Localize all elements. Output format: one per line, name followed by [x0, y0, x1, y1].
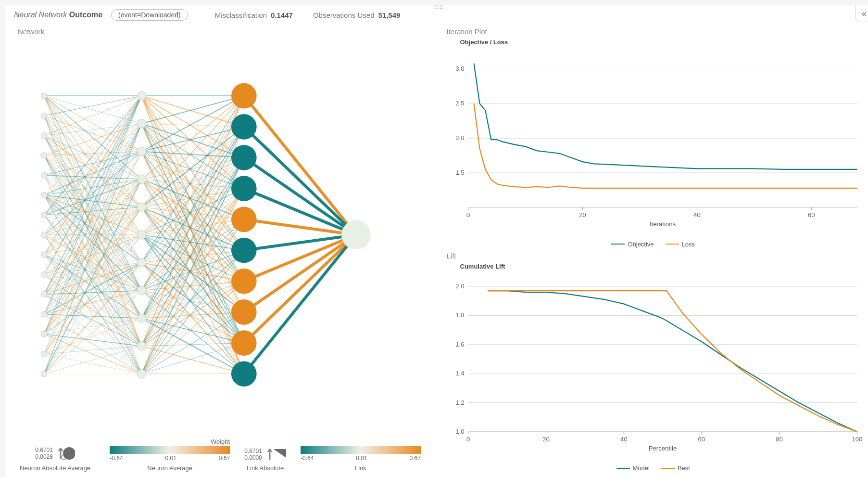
legend-item[interactable]: Loss: [666, 241, 695, 248]
svg-line-215: [141, 96, 244, 235]
header-bar: Neural Network Outcome (event=Downloaded…: [5, 5, 868, 23]
size-glyph-2: [265, 447, 286, 462]
svg-point-316: [231, 238, 257, 263]
model-type: Neural Network: [14, 11, 67, 19]
network-legend: 0.6701 0.0028 Neuron Absolute Average: [15, 436, 434, 472]
event-chip[interactable]: (event=Downloaded): [111, 9, 188, 21]
iteration-ytitle: Objective / Loss: [460, 39, 863, 46]
svg-text:20: 20: [542, 436, 550, 443]
svg-line-99: [44, 96, 142, 274]
svg-point-285: [41, 93, 47, 99]
iteration-legend: ObjectiveLoss: [444, 241, 863, 248]
neuron-abs-legend: 0.6701 0.0028 Neuron Absolute Average: [20, 445, 90, 472]
svg-point-304: [137, 203, 146, 211]
iteration-title: Iteration Plot: [447, 27, 863, 36]
svg-text:0: 0: [466, 436, 470, 443]
svg-rect-325: [301, 446, 421, 454]
svg-line-162: [44, 318, 142, 374]
svg-text:3.0: 3.0: [455, 65, 464, 72]
svg-line-163: [44, 346, 142, 374]
svg-point-291: [41, 212, 47, 218]
obs-value: 51,549: [378, 11, 400, 19]
svg-line-193: [141, 152, 244, 343]
svg-line-275: [244, 96, 356, 235]
weight-label: Weight: [211, 438, 230, 445]
link-abs-min: 0.0000: [244, 454, 262, 461]
svg-text:1.8: 1.8: [455, 311, 464, 319]
svg-point-318: [231, 299, 257, 325]
svg-point-290: [41, 192, 47, 198]
iteration-chart[interactable]: 1.52.02.53.00204060Iterations: [444, 48, 863, 240]
svg-text:60: 60: [698, 436, 705, 443]
svg-point-302: [137, 147, 146, 156]
neuron-avg-label: Neuron Average: [147, 464, 192, 472]
obs-label: Observations Used: [313, 11, 375, 19]
link-legend: -0.64 0.01 0.67 Link: [301, 446, 421, 472]
svg-line-122: [44, 124, 142, 314]
svg-point-314: [231, 176, 257, 201]
charts-section: Iteration Plot Objective / Loss 1.52.02.…: [444, 23, 868, 477]
lift-ytitle: Cumulative Lift: [460, 263, 863, 270]
svg-text:80: 80: [776, 436, 783, 443]
neuron-avg-mid: 0.01: [165, 455, 176, 462]
size-glyph-1: [56, 445, 75, 462]
network-diagram[interactable]: [15, 39, 434, 436]
svg-rect-324: [110, 446, 230, 454]
lift-chart[interactable]: 1.01.21.41.61.82.0020406080100Percentile: [444, 272, 863, 464]
svg-text:0: 0: [466, 211, 470, 219]
neuron-abs-min: 0.0028: [35, 453, 53, 460]
svg-point-313: [231, 145, 257, 170]
svg-point-301: [137, 119, 146, 128]
weight-legend: Weight -0.64 0.01 0.67 Neuron Average: [110, 438, 230, 472]
legend-item[interactable]: Model: [616, 464, 650, 472]
svg-text:2.0: 2.0: [455, 283, 464, 290]
svg-line-224: [141, 235, 244, 374]
svg-text:60: 60: [807, 211, 815, 219]
svg-point-321: [341, 220, 371, 250]
link-gradient: [301, 446, 421, 455]
svg-line-272: [141, 312, 244, 374]
svg-line-284: [244, 235, 356, 374]
svg-point-298: [41, 351, 47, 357]
svg-text:2.0: 2.0: [455, 134, 464, 142]
svg-line-160: [44, 263, 142, 374]
svg-point-310: [137, 370, 146, 378]
svg-point-319: [231, 330, 257, 356]
svg-point-286: [41, 113, 47, 118]
iteration-chart-wrap: Iteration Plot Objective / Loss 1.52.02.…: [444, 27, 863, 248]
svg-text:40: 40: [620, 436, 627, 443]
svg-point-306: [137, 258, 146, 267]
svg-point-289: [41, 172, 47, 178]
svg-line-283: [244, 235, 356, 343]
network-title: Network: [18, 27, 434, 36]
legend-item[interactable]: Best: [661, 464, 690, 472]
misclass-value: 0.1447: [271, 11, 293, 19]
svg-point-320: [231, 361, 257, 387]
legend-item[interactable]: Objective: [611, 241, 654, 248]
svg-point-315: [231, 206, 257, 232]
svg-point-292: [41, 232, 47, 238]
svg-text:Percentile: Percentile: [648, 444, 677, 451]
link-abs-max: 0.6701: [244, 448, 262, 454]
weight-gradient: [110, 446, 230, 455]
svg-point-297: [41, 331, 47, 337]
svg-point-311: [231, 83, 257, 109]
svg-text:1.4: 1.4: [455, 370, 464, 377]
svg-text:1.2: 1.2: [455, 399, 464, 406]
svg-line-276: [244, 127, 356, 235]
svg-point-307: [137, 286, 146, 295]
svg-line-11: [44, 96, 142, 116]
svg-text:20: 20: [579, 211, 586, 219]
svg-line-101: [44, 152, 142, 275]
svg-point-309: [137, 342, 146, 350]
svg-line-143: [44, 96, 142, 354]
network-section: Network 0.6701 0.0028: [10, 23, 439, 477]
svg-point-288: [41, 153, 47, 158]
svg-point-317: [231, 269, 257, 294]
lift-title: Lift: [447, 252, 863, 260]
svg-text:Iterations: Iterations: [649, 220, 676, 228]
svg-point-299: [41, 371, 47, 377]
svg-text:1.0: 1.0: [455, 428, 464, 435]
svg-text:40: 40: [693, 211, 701, 219]
svg-point-300: [137, 91, 146, 100]
